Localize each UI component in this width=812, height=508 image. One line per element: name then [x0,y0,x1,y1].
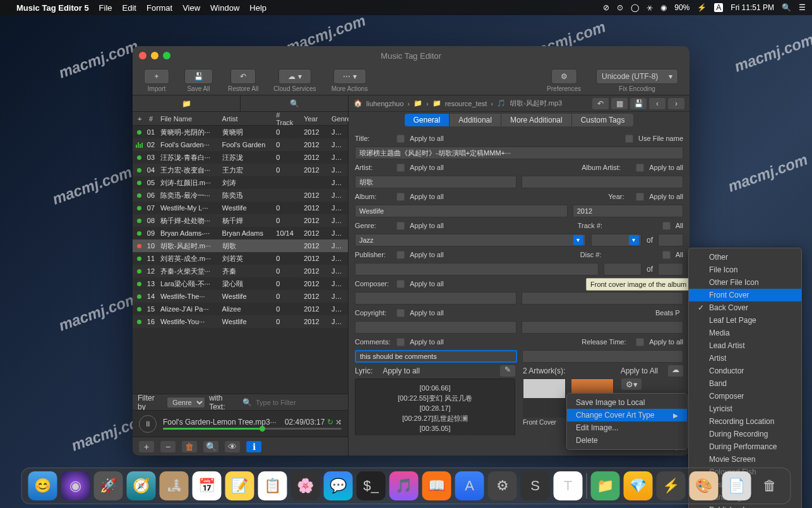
ctx-edit-image[interactable]: Edit Image... [567,421,687,434]
ctx-delete[interactable]: Delete [567,434,687,447]
cloud-services-button[interactable]: ☁▾ Cloud Services [268,68,321,94]
status-icon[interactable]: ◯ [631,3,639,12]
input-indicator[interactable]: A [714,3,723,12]
disc-all-check[interactable] [662,251,671,259]
table-row[interactable]: 16Westlife-You···Westlife02012Jazz [133,315,348,328]
grouping-input[interactable] [522,292,683,305]
cloud-artwork-button[interactable]: ☁ [668,365,683,377]
comments-input[interactable] [355,350,517,363]
restore-all-button[interactable]: ↶ Restore All [223,68,263,94]
bluetooth-icon[interactable]: ⚹ [647,3,653,12]
publisher-input[interactable] [355,263,599,275]
usefile-check[interactable] [625,135,633,143]
control-center-icon[interactable]: ☰ [799,3,806,12]
add-button[interactable]: + [139,441,154,452]
trash-app[interactable]: 🗑 [755,471,784,500]
menu-view[interactable]: View [182,3,200,13]
tab-more-additional[interactable]: More Additional [501,114,572,126]
prev-button[interactable]: ‹ [649,98,666,109]
breadcrumb[interactable]: 🏠 liuhengzhuo› 📁› 📁 resource_test› 🎵 胡歌-… [349,95,690,112]
home-icon[interactable]: 🏠 [354,99,362,107]
minimize-button[interactable] [151,52,158,59]
photos2-app[interactable]: 🌸 [291,471,320,500]
tab-general[interactable]: General [405,114,450,126]
release-input[interactable] [522,350,683,363]
table-row[interactable]: 10胡歌-风起时.m···胡歌2012Jazz [133,239,348,252]
table-row[interactable]: 09Bryan Adams-···Bryan Adams10/142012Jaz… [133,227,348,239]
app-icon[interactable]: 🎨 [690,471,719,500]
calendar-app[interactable]: 📅 [193,471,222,500]
menu-file[interactable]: File [99,3,112,13]
ctx-save-image[interactable]: Save Image to Local [567,396,687,409]
comments-apply-check[interactable] [397,338,405,346]
cover-type-option[interactable]: File Icon [689,263,801,276]
folder-icon[interactable]: 📁 [433,99,441,107]
tab-additional[interactable]: Additional [450,114,501,126]
cover-type-option[interactable]: ✓Back Cover [689,301,801,314]
info-button[interactable]: ℹ [246,441,261,452]
cover-type-option[interactable]: Conductor [689,365,801,377]
spotlight-icon[interactable]: 🔍 [782,3,791,12]
cover-type-option[interactable]: Lead Artist [689,339,801,352]
wand-button[interactable]: ▦ [611,98,628,109]
music-app[interactable]: 🎵 [390,471,419,500]
books-app[interactable]: 📖 [422,471,451,500]
genre-apply-check[interactable] [397,222,405,230]
track-all-check[interactable] [662,222,671,230]
cover-type-option[interactable]: Composer [689,390,801,402]
safari-app[interactable]: 🧭 [127,471,156,500]
table-row[interactable]: 15Alizee-J'Ai Pa···Alizee02012Jazz [133,303,348,315]
filter-input[interactable] [256,399,343,406]
disc-total-input[interactable] [658,263,683,275]
tab-custom[interactable]: Custom Tags [572,114,634,126]
albumartist-input[interactable] [522,176,683,188]
text-app[interactable]: T [554,471,583,500]
table-row[interactable]: 07Westlife-My L···Westlife02012Jazz [133,202,348,214]
encoding-select[interactable]: Unicode (UTF-8)▾ Fix Encoding [591,68,683,94]
maximize-button[interactable] [163,52,170,59]
album-input[interactable] [355,205,568,217]
genre-select[interactable] [355,234,586,246]
repeat-icon[interactable]: ↻ [327,418,333,426]
messages-app[interactable]: 💬 [324,471,353,500]
save-all-button[interactable]: 💾 Save All [179,68,218,94]
sketch-app[interactable]: 💎 [624,471,653,500]
title-input[interactable] [355,147,683,159]
albumartist-apply-check[interactable] [636,164,644,172]
cover-type-option[interactable]: Lyricist [689,402,801,415]
track-input[interactable] [591,234,642,246]
back-button[interactable]: ↶ [592,98,609,109]
cover-type-option[interactable]: Other [689,251,801,263]
artwork-settings-button[interactable]: ⚙▾ [621,378,642,390]
composer-input[interactable] [355,292,516,305]
lyric-box[interactable]: [00:06.66][00:22.55]变幻 风云几卷[00:28.17][00… [355,378,515,435]
cover-type-option[interactable]: During Recording [689,428,801,440]
beats-input[interactable] [522,321,683,334]
cover-type-option[interactable]: Movie Screen [689,453,801,466]
wifi-icon[interactable]: ◉ [660,3,667,12]
folder-icon[interactable]: 📁 [414,99,422,107]
table-row[interactable]: 01黄晓明-光阴的···黄晓明02012Jazz [133,126,348,138]
folder-tab[interactable]: 📁 [133,95,241,111]
table-row[interactable]: 05刘涛-红颜旧.m···刘涛Jazz [133,176,348,189]
filter-select[interactable]: Genre [167,397,205,408]
table-row[interactable]: 02Fool's Garden···Fool's Garden02012Jazz [133,138,348,151]
titlebar[interactable]: Music Tag Editor [133,46,690,65]
release-apply-check[interactable] [636,338,644,346]
table-row[interactable]: 04王力宏-改变自···王力宏02012Jazz [133,164,348,176]
close-button[interactable] [139,52,146,59]
terminal-app[interactable]: $_ [357,471,386,500]
copyright-apply-check[interactable] [397,309,405,317]
add-column-icon[interactable]: + [135,115,144,123]
edit-lyric-button[interactable]: ✎ [500,365,515,377]
notes-app[interactable]: 📝 [225,471,254,500]
table-row[interactable]: 08杨千嬅-处处吻···杨千嬅02012Jazz [133,214,348,227]
app-name[interactable]: Music Tag Editor 5 [16,3,89,13]
cover-type-option[interactable]: Front Cover [689,289,801,301]
title-apply-check[interactable] [397,135,405,143]
save-button[interactable]: 💾 [630,98,647,109]
artwork-image[interactable] [523,378,566,418]
table-row[interactable]: 06陈奕迅-最冷一···陈奕迅2012Jazz [133,189,348,202]
search-tab[interactable]: 🔍 [241,95,348,111]
menu-help[interactable]: Help [249,3,266,13]
